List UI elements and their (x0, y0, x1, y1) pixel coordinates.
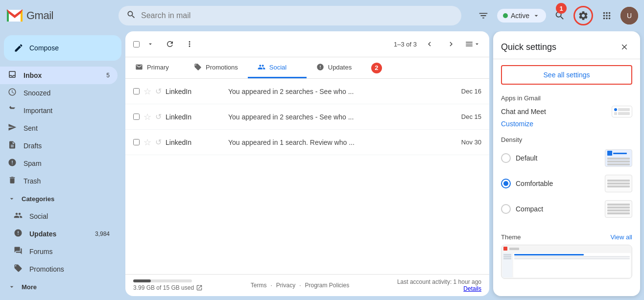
snoozed-icon (8, 88, 18, 99)
email-toolbar: 1–3 of 3 (125, 31, 489, 57)
logo-area: Gmail (6, 7, 114, 24)
see-all-settings-button[interactable]: See all settings (501, 65, 632, 85)
apps-button[interactable] (597, 6, 617, 25)
sidebar-item-drafts[interactable]: Drafts (0, 137, 118, 155)
sidebar-item-sent[interactable]: Sent (0, 119, 118, 137)
density-compact-radio[interactable] (501, 204, 511, 214)
tab-social[interactable]: Social (248, 57, 307, 78)
star-icon[interactable]: ☆ (143, 112, 151, 122)
tab-updates[interactable]: Updates (307, 57, 365, 78)
select-dropdown-button[interactable] (142, 35, 159, 53)
sidebar-item-important[interactable]: Important (0, 102, 118, 119)
quick-settings-close-button[interactable] (617, 39, 632, 55)
compose-button[interactable]: Compose (4, 35, 121, 61)
sidebar-item-inbox[interactable]: Inbox 5 (0, 67, 118, 84)
snooze-icon[interactable]: ↺ (155, 112, 162, 121)
sidebar-item-social[interactable]: Social (0, 208, 118, 225)
sidebar: Compose Inbox 5 Snoozed Important (0, 31, 125, 300)
email-checkbox[interactable] (133, 114, 140, 120)
inbox-icon (8, 70, 18, 81)
view-all-link[interactable]: View all (610, 233, 632, 241)
sidebar-more-label: More (22, 283, 37, 291)
prev-page-button[interactable] (421, 35, 438, 53)
sidebar-important-label: Important (24, 107, 52, 115)
email-row[interactable]: ☆ ↺ LinkedIn You appeared in 2 searches … (125, 104, 489, 130)
email-checkbox[interactable] (133, 88, 140, 94)
open-external-icon[interactable] (196, 284, 203, 291)
app-title: Gmail (26, 9, 53, 22)
promotions-icon (14, 264, 24, 275)
sidebar-item-forums[interactable]: Forums (0, 243, 118, 260)
select-all-checkbox[interactable] (133, 41, 140, 47)
sidebar-more-header[interactable]: More (0, 278, 125, 296)
user-avatar[interactable]: U (620, 7, 638, 24)
settings-button[interactable] (573, 6, 593, 25)
email-date: Dec 15 (461, 113, 481, 120)
details-link[interactable]: Details (463, 285, 481, 292)
density-compact-option[interactable]: Compact (501, 200, 632, 218)
search-icon (126, 10, 136, 22)
last-activity: Last account activity: 1 hour ago (397, 278, 481, 285)
account-search-button[interactable] (550, 6, 570, 25)
meet-line (618, 112, 630, 115)
sidebar-item-promotions[interactable]: Promotions (0, 260, 118, 278)
terms-link[interactable]: Terms (251, 282, 267, 289)
snooze-icon[interactable]: ↺ (155, 87, 162, 96)
email-sender: LinkedIn (166, 88, 224, 95)
active-status-button[interactable]: Active (497, 9, 546, 23)
density-default-option[interactable]: Default (501, 149, 632, 167)
star-icon[interactable]: ☆ (143, 137, 151, 148)
annotation-2: → 2 (369, 57, 380, 78)
density-default-preview (605, 149, 632, 167)
preview-row (607, 204, 630, 206)
density-comfortable-radio[interactable] (501, 179, 511, 188)
email-row[interactable]: ☆ ↺ LinkedIn You appeared in 1 search. R… (125, 130, 489, 155)
tabs-bar: Primary Promotions Social Updates → 2 (125, 57, 489, 79)
more-options-button[interactable] (181, 35, 198, 53)
theme-preview (501, 245, 632, 279)
email-checkbox[interactable] (133, 139, 140, 145)
customize-link[interactable]: Customize (501, 120, 533, 128)
email-row[interactable]: ☆ ↺ LinkedIn You appeared in 2 searches … (125, 79, 489, 104)
active-indicator (503, 13, 508, 18)
sidebar-item-snoozed[interactable]: Snoozed (0, 84, 118, 102)
next-page-button[interactable] (442, 35, 460, 53)
email-sender: LinkedIn (166, 138, 224, 146)
density-comfortable-option[interactable]: Comfortable (501, 175, 632, 192)
sidebar-item-inbox-label: Inbox (24, 71, 42, 79)
search-bar[interactable] (119, 6, 461, 25)
preview-row (607, 212, 630, 214)
email-panel: 1–3 of 3 Primary Promoti (125, 31, 489, 296)
sidebar-item-updates[interactable]: Updates 3,984 (0, 225, 118, 243)
chat-meet-item: Chat and Meet (501, 106, 632, 117)
sidebar-categories-header[interactable]: Categories (0, 190, 125, 208)
important-icon (8, 105, 18, 116)
view-options-button[interactable] (464, 35, 481, 53)
program-policies-link[interactable]: Program Policies (305, 282, 349, 289)
star-icon[interactable]: ☆ (143, 86, 151, 97)
sidebar-trash-label: Trash (24, 177, 41, 185)
sidebar-item-trash[interactable]: Trash (0, 172, 118, 190)
density-comfortable-label: Comfortable (516, 180, 553, 187)
tab-primary[interactable]: Primary (125, 57, 184, 78)
sidebar-item-spam[interactable]: Spam (0, 155, 118, 172)
chat-meet-label: Chat and Meet (501, 108, 546, 115)
tab-updates-label: Updates (328, 64, 352, 71)
privacy-link[interactable]: Privacy (276, 282, 295, 289)
email-sender: LinkedIn (166, 113, 224, 121)
refresh-button[interactable] (161, 35, 179, 53)
pagination-info: 1–3 of 3 (394, 35, 481, 53)
density-default-radio[interactable] (501, 153, 511, 163)
storage-text: 3.99 GB of 15 GB used (133, 284, 194, 291)
compose-label: Compose (29, 44, 59, 52)
snooze-icon[interactable]: ↺ (155, 138, 162, 147)
sidebar-promotions-label: Promotions (29, 265, 64, 273)
filter-button[interactable] (474, 6, 493, 25)
tab-promotions[interactable]: Promotions (184, 57, 248, 78)
theme-logo-dot (503, 247, 507, 251)
search-input[interactable] (141, 11, 453, 20)
apps-preview-icon (612, 106, 632, 117)
email-footer: 3.99 GB of 15 GB used Terms · Privacy · … (125, 274, 489, 296)
theme-title: Theme (501, 233, 521, 241)
email-subject: You appeared in 2 searches - See who ... (228, 113, 457, 121)
